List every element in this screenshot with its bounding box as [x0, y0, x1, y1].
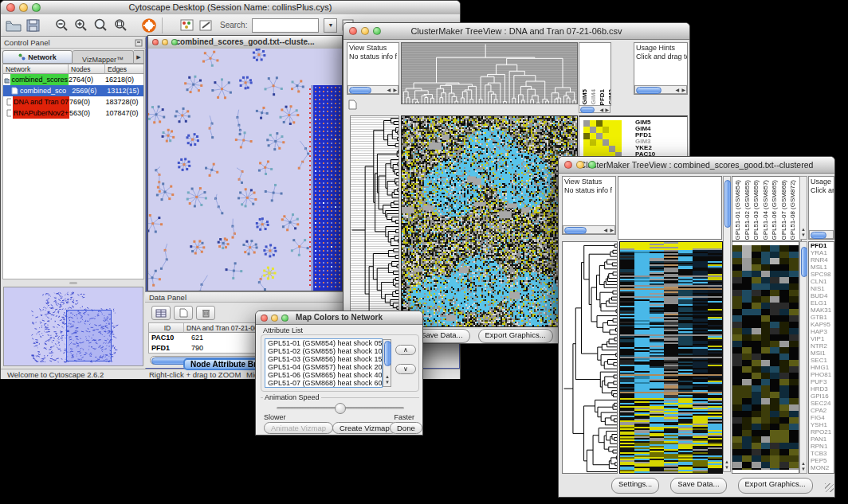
close-icon[interactable] [152, 39, 159, 45]
minimize-icon[interactable] [271, 315, 278, 322]
matrix-cell [590, 139, 596, 146]
new-attribute-icon[interactable] [174, 306, 193, 320]
tv1-zoom-row-labels[interactable]: GIM5GIM4PFD1GIM3YKE2PAC10 [635, 119, 655, 158]
matrix-cell [603, 133, 609, 139]
zoom-window-icon[interactable] [171, 39, 178, 45]
zoom-window-icon[interactable] [373, 27, 381, 35]
tv2-zoom-vscrollbar[interactable]: ▲ ▼ [799, 241, 807, 474]
network-row-rnapuber[interactable]: RNAPuberNov2+ 563(0) 107847(0) [3, 107, 143, 119]
tv1-status-scrollbar[interactable]: ◀ ▶ [347, 85, 398, 94]
tv1-collabel-scrollbar[interactable]: ◀ ▶ [579, 105, 610, 113]
matrix-cell [603, 146, 609, 152]
zoom-out-icon[interactable] [54, 18, 69, 33]
resize-grip[interactable] [825, 483, 834, 492]
treeview2-titlebar[interactable]: ClusterMaker TreeView : combined_scores_… [559, 157, 834, 174]
id-column-header[interactable]: ID [149, 323, 184, 333]
search-dropdown-button[interactable]: ▼ [324, 18, 337, 33]
tv2-view-status: View Status No status info f ◀ ▶ [562, 176, 616, 235]
panel-splitter[interactable] [2, 280, 144, 286]
annotation-icon[interactable] [199, 19, 214, 32]
tv1-zoom-matrix[interactable] [583, 120, 622, 158]
float-panel-icon[interactable] [135, 39, 143, 47]
network-row-combined-sco-selected[interactable]: combined_sco 2569(6) 13112(15) [3, 85, 143, 96]
tv2-row-dendrogram[interactable] [562, 241, 618, 474]
tv1-file-icon[interactable] [348, 100, 357, 110]
network-view-titlebar[interactable]: combined_scores_good.txt--cluste... [148, 36, 342, 49]
tv1-heatmap[interactable] [401, 115, 578, 327]
attribute-list[interactable]: GPL51-01 (GSM854) heat shock 05 minGPL51… [265, 338, 383, 388]
zoom-window-icon[interactable] [281, 315, 289, 322]
export-graphics-button[interactable]: Export Graphics... [738, 478, 813, 494]
matrix-cell [609, 139, 615, 146]
matrix-cell [590, 146, 596, 152]
tv2-status-scrollbar[interactable]: ◀ ▶ [563, 225, 615, 234]
tv2-hints-scrollbar[interactable] [809, 230, 834, 239]
dialog-titlebar[interactable]: Map Colors to Network [256, 311, 422, 325]
col-network[interactable]: Network [3, 64, 69, 74]
zoom-window-icon[interactable] [32, 3, 41, 12]
zoom-selected-icon[interactable] [113, 18, 128, 33]
minimize-icon[interactable] [576, 161, 584, 169]
close-icon[interactable] [6, 3, 15, 12]
tab-vizmapper[interactable]: VizMapper™ [73, 50, 134, 64]
move-up-button[interactable]: ∧ [395, 345, 416, 355]
minimize-icon[interactable] [361, 27, 369, 35]
table-mode-icon[interactable] [151, 306, 171, 320]
done-button[interactable]: Done [390, 422, 422, 434]
network-row-dna-tran[interactable]: DNA and Tran 07 769(0) 183728(0) [3, 96, 143, 107]
birdseye-view[interactable] [3, 287, 143, 366]
tv1-hints-scrollbar[interactable]: ◀ ▶ [634, 85, 687, 94]
tab-overflow-button[interactable]: ▶ [134, 50, 144, 64]
treeview1-titlebar[interactable]: ClusterMaker TreeView : DNA and Tran 07-… [344, 23, 689, 40]
close-icon[interactable] [564, 161, 572, 169]
move-down-button[interactable]: ∨ [395, 364, 416, 374]
slider-thumb[interactable] [335, 403, 346, 414]
tv1-column-dendrogram[interactable] [401, 42, 578, 104]
network-tab-icon [18, 53, 26, 61]
tv2-gene-list[interactable]: PFD1YRA1RNR4MSL1SPC98CLN1NIS1BUD4ELG1MAK… [808, 241, 834, 474]
matrix-cell [590, 120, 596, 127]
tv2-zoom-heatmap[interactable] [732, 241, 799, 474]
main-titlebar[interactable]: Cytoscape Desktop (Session Name: collins… [1, 1, 460, 15]
network-file-icon [6, 98, 11, 106]
create-vizmap-button[interactable]: Create Vizmap [332, 422, 397, 434]
animate-vizmap-button[interactable]: Animate Vizmap [264, 422, 333, 434]
network-file-icon [6, 109, 11, 117]
close-icon[interactable] [261, 315, 268, 322]
tv2-heatmap[interactable] [619, 241, 723, 474]
tv2-collabel-scrollbar[interactable]: ▲ ▼ [799, 176, 807, 240]
zoom-fit-icon[interactable] [92, 18, 108, 33]
tv1-column-labels[interactable]: GIM5GIM4PFD1GIM3YKE2PAC10 [579, 42, 611, 106]
tv2-main-vscrollbar[interactable]: ▲ ▼ [723, 176, 731, 472]
col-nodes[interactable]: Nodes [69, 64, 105, 74]
export-graphics-button[interactable]: Export Graphics... [478, 329, 553, 343]
search-input[interactable] [252, 18, 319, 33]
vizmapper-icon[interactable] [180, 19, 194, 32]
tv1-row-dendrogram[interactable] [350, 115, 399, 327]
settings-button[interactable]: Settings... [611, 478, 659, 494]
minimize-icon[interactable] [162, 39, 168, 45]
tv2-column-labels[interactable]: GPL51-01 (GSM854)GPL51-02 (GSM855)GPL51-… [732, 176, 802, 241]
attribute-list-vscrollbar[interactable]: ▲ ▼ [383, 339, 391, 387]
close-icon[interactable] [349, 27, 357, 35]
tab-network[interactable]: Network [2, 50, 73, 64]
network-row-combined-scores[interactable]: combined_scores 2764(0) 16218(0) [3, 74, 143, 85]
col-edges[interactable]: Edges [105, 64, 143, 74]
matrix-cell [603, 139, 609, 146]
faster-label: Faster [394, 413, 414, 421]
matrix-cell [615, 127, 622, 133]
tv2-column-dendrogram[interactable] [618, 176, 722, 240]
help-lifering-icon[interactable] [142, 18, 157, 33]
status-welcome: Welcome to Cytoscape 2.6.2 [7, 370, 104, 379]
minimize-icon[interactable] [19, 3, 28, 12]
animation-speed-slider[interactable] [277, 407, 404, 409]
treeview2-title: ClusterMaker TreeView : combined_scores_… [580, 160, 814, 170]
zoom-in-icon[interactable] [73, 18, 88, 33]
zoom-window-icon[interactable] [588, 161, 596, 169]
control-panel: Control Panel Network VizMapper™ ▶ Netwo… [1, 37, 146, 369]
network-canvas[interactable] [148, 49, 342, 291]
open-file-button[interactable] [6, 19, 22, 32]
delete-attribute-trash-icon[interactable] [196, 306, 215, 320]
save-data-button[interactable]: Save Data... [670, 478, 726, 494]
save-button[interactable] [26, 19, 40, 32]
